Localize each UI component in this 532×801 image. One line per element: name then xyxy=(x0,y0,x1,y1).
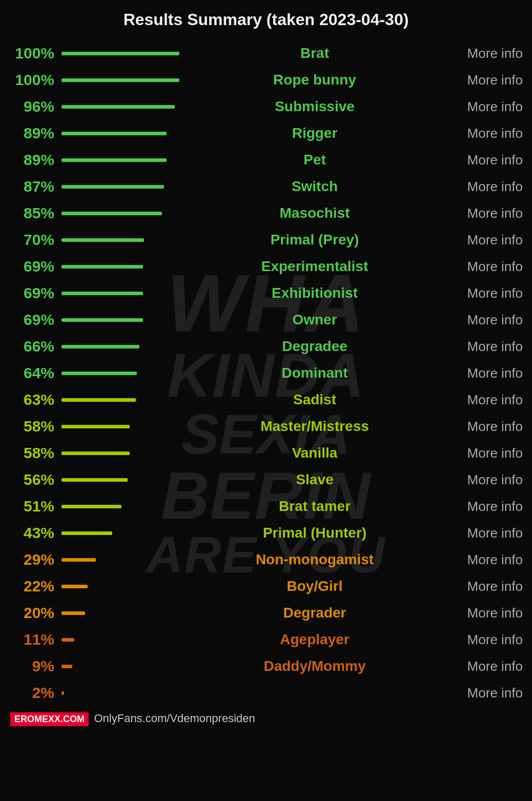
percent-value: 9% xyxy=(5,658,62,675)
role-label: Master/Mistress xyxy=(185,418,445,435)
percent-value: 64% xyxy=(5,364,62,382)
bar-container xyxy=(62,691,185,695)
percent-value: 66% xyxy=(5,338,62,355)
bottom-bar: EROMEXX.COM OnlyFans.com/Vdemonpresiden xyxy=(5,709,527,729)
more-info-button[interactable]: More info xyxy=(445,99,527,115)
more-info-button[interactable]: More info xyxy=(445,232,527,248)
role-label: Primal (Prey) xyxy=(185,232,445,248)
progress-bar xyxy=(62,425,130,428)
percent-value: 96% xyxy=(5,98,62,115)
progress-bar xyxy=(62,238,144,242)
progress-bar xyxy=(62,212,162,215)
more-info-button[interactable]: More info xyxy=(445,339,527,355)
result-row: 20% Degrader More info xyxy=(5,601,527,625)
more-info-button[interactable]: More info xyxy=(445,365,527,381)
result-row: 22% Boy/Girl More info xyxy=(5,574,527,598)
role-label: Rope bunny xyxy=(185,72,445,88)
percent-value: 100% xyxy=(5,71,62,89)
result-row: 43% Primal (Hunter) More info xyxy=(5,521,527,545)
bar-container xyxy=(62,531,185,535)
more-info-button[interactable]: More info xyxy=(445,392,527,408)
progress-bar xyxy=(62,398,136,402)
result-row: 85% Masochist More info xyxy=(5,201,527,225)
progress-bar xyxy=(62,105,175,109)
more-info-button[interactable]: More info xyxy=(445,126,527,141)
progress-bar xyxy=(62,292,143,295)
result-row: 58% Master/Mistress More info xyxy=(5,415,527,438)
role-label: Experimentalist xyxy=(185,258,445,275)
more-info-button[interactable]: More info xyxy=(445,552,527,568)
eromexx-badge[interactable]: EROMEXX.COM xyxy=(10,712,89,726)
result-row: 100% Brat More info xyxy=(5,42,527,65)
more-info-button[interactable]: More info xyxy=(445,179,527,195)
bar-container xyxy=(62,665,185,668)
role-label: Brat xyxy=(185,45,445,61)
percent-value: 22% xyxy=(5,578,62,595)
more-info-button[interactable]: More info xyxy=(445,46,527,61)
percent-value: 89% xyxy=(5,151,62,169)
page-title: Results Summary (taken 2023-04-30) xyxy=(5,10,527,29)
more-info-button[interactable]: More info xyxy=(445,632,527,648)
percent-value: 20% xyxy=(5,604,62,622)
bar-container xyxy=(62,558,185,562)
result-row: 58% Vanilla More info xyxy=(5,441,527,465)
more-info-button[interactable]: More info xyxy=(445,472,527,488)
result-row: 66% Degradee More info xyxy=(5,335,527,358)
progress-bar xyxy=(62,52,179,55)
main-container: Results Summary (taken 2023-04-30) 100% … xyxy=(0,0,532,740)
more-info-button[interactable]: More info xyxy=(445,605,527,621)
bar-container xyxy=(62,265,185,269)
role-label: Slave xyxy=(185,471,445,488)
bar-container xyxy=(62,78,185,82)
more-info-button[interactable]: More info xyxy=(445,445,527,461)
more-info-button[interactable]: More info xyxy=(445,419,527,435)
percent-value: 63% xyxy=(5,391,62,408)
role-label: Exhibitionist xyxy=(185,285,445,301)
percent-value: 2% xyxy=(5,684,62,702)
more-info-button[interactable]: More info xyxy=(445,525,527,541)
percent-value: 69% xyxy=(5,284,62,302)
progress-bar xyxy=(62,318,143,322)
bar-container xyxy=(62,425,185,428)
bar-container xyxy=(62,238,185,242)
more-info-button[interactable]: More info xyxy=(445,206,527,221)
more-info-button[interactable]: More info xyxy=(445,499,527,515)
role-label: Sadist xyxy=(185,392,445,408)
bar-container xyxy=(62,185,185,189)
more-info-button[interactable]: More info xyxy=(445,579,527,594)
bar-container xyxy=(62,52,185,55)
role-label: Primal (Hunter) xyxy=(185,525,445,541)
role-label: Switch xyxy=(185,178,445,195)
more-info-button[interactable]: More info xyxy=(445,259,527,275)
bar-container xyxy=(62,105,185,109)
more-info-button[interactable]: More info xyxy=(445,685,527,701)
progress-bar xyxy=(62,558,96,562)
percent-value: 100% xyxy=(5,45,62,62)
bar-container xyxy=(62,132,185,135)
result-row: 69% Owner More info xyxy=(5,308,527,332)
percent-value: 51% xyxy=(5,498,62,515)
progress-bar xyxy=(62,531,112,535)
result-row: 2% More info xyxy=(5,681,527,705)
more-info-button[interactable]: More info xyxy=(445,152,527,168)
progress-bar xyxy=(62,478,128,482)
percent-value: 69% xyxy=(5,258,62,275)
progress-bar xyxy=(62,372,137,375)
role-label: Boy/Girl xyxy=(185,578,445,594)
progress-bar xyxy=(62,638,74,642)
role-label: Masochist xyxy=(185,205,445,221)
percent-value: 69% xyxy=(5,311,62,328)
bar-container xyxy=(62,585,185,588)
role-label: Brat tamer xyxy=(185,498,445,515)
result-row: 89% Rigger More info xyxy=(5,121,527,145)
more-info-button[interactable]: More info xyxy=(445,659,527,674)
progress-bar xyxy=(62,132,167,135)
progress-bar xyxy=(62,665,72,668)
bar-container xyxy=(62,611,185,615)
progress-bar xyxy=(62,611,85,615)
more-info-button[interactable]: More info xyxy=(445,285,527,301)
more-info-button[interactable]: More info xyxy=(445,312,527,328)
more-info-button[interactable]: More info xyxy=(445,72,527,88)
role-label: Rigger xyxy=(185,125,445,141)
bar-container xyxy=(62,318,185,322)
